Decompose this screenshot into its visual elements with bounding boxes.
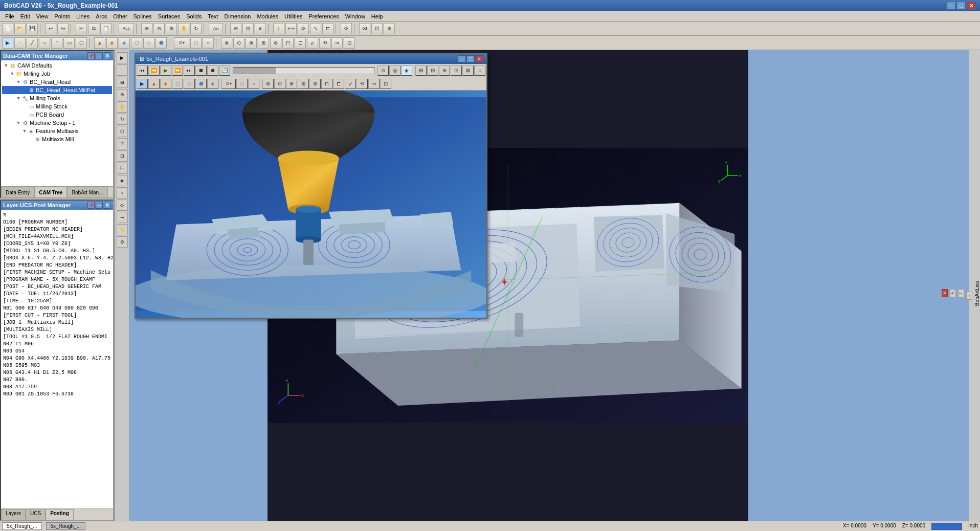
menu-modules[interactable]: Modules: [254, 12, 281, 20]
menu-file[interactable]: File: [2, 12, 17, 20]
nc-loop[interactable]: 🔄: [219, 65, 230, 76]
tool-btn-zoom-win[interactable]: ⊞: [117, 77, 128, 88]
tree-item-multiaxis-mill[interactable]: ⚙ Multiaxis Mill: [2, 135, 112, 143]
nc-op4[interactable]: ⊞: [298, 79, 309, 89]
tool-btn-view-right[interactable]: ⊢: [117, 163, 128, 174]
status-tab-2[interactable]: 5x_Rough_...: [46, 522, 86, 530]
tb2-cam4[interactable]: ⊞: [258, 37, 269, 49]
nc-play[interactable]: ▶: [160, 65, 171, 76]
nc-cam-tool5[interactable]: ⊠: [462, 65, 474, 76]
nc-view-solid4[interactable]: ◇: [184, 79, 195, 89]
tb2-select[interactable]: ▶: [2, 37, 13, 49]
tree-item-milling-tools[interactable]: ▼ 🔧 Milling Tools: [2, 94, 112, 102]
tb2-solid3[interactable]: ⬡: [131, 37, 142, 49]
right-panel-btn-3[interactable]: ✓: [950, 289, 956, 297]
tb-multi-window[interactable]: ⊞: [384, 23, 395, 34]
tree-toggle-cam-defaults[interactable]: ▼: [3, 62, 9, 69]
tab-ucs[interactable]: UCS: [26, 509, 46, 520]
nc-record[interactable]: ⏺: [207, 65, 218, 76]
tree-toggle-feature-multiaxis[interactable]: ▼: [21, 128, 28, 134]
tree-toggle-machine-setup[interactable]: ▼: [15, 120, 21, 126]
tb2-poly[interactable]: ⬡: [76, 37, 87, 49]
tb-snap2[interactable]: ⋈: [359, 23, 370, 34]
right-panel-btn-4[interactable]: ✕: [942, 289, 948, 297]
cam-tree-min[interactable]: ─: [96, 52, 103, 59]
menu-preferences[interactable]: Preferences: [305, 12, 342, 20]
tb2-wire[interactable]: ○: [203, 37, 214, 49]
tb-refresh[interactable]: ⟳: [341, 23, 352, 34]
tree-item-cam-defaults[interactable]: ▼ 🖥 CAM Defaults: [2, 61, 112, 70]
tb2-cam9[interactable]: ⟲: [319, 37, 330, 49]
tb-font[interactable]: Aa: [209, 23, 223, 34]
tb-rotate2[interactable]: ⟳: [298, 23, 309, 34]
minimize-button[interactable]: ─: [946, 2, 955, 10]
nc-cam-view1[interactable]: ⊙: [377, 65, 389, 76]
tb2-solid1[interactable]: ◆: [106, 37, 118, 49]
tb-zoom-fit[interactable]: ⊞: [166, 23, 177, 34]
tool-btn-view-top[interactable]: ⊤: [117, 138, 128, 149]
nc-play-end[interactable]: ⏭: [184, 65, 195, 76]
nc-cam-tool4[interactable]: ⊡: [451, 65, 462, 76]
tool-btn-hidden[interactable]: ◇: [117, 200, 128, 211]
tb-zoom-out[interactable]: ⊖: [153, 23, 165, 34]
tool-btn-view-iso[interactable]: ⬡: [117, 126, 128, 137]
tb2-cam11[interactable]: ⊡: [344, 37, 355, 49]
tb-copy[interactable]: ⧉: [88, 23, 99, 34]
nc-play-prev[interactable]: ⏪: [148, 65, 160, 76]
tb2-line[interactable]: ╱: [27, 37, 38, 49]
nc-play-start[interactable]: ⏮: [137, 65, 148, 76]
tool-btn-dynamic[interactable]: ⊸: [117, 212, 128, 223]
tb-new[interactable]: 📄: [2, 23, 13, 34]
nc-op10[interactable]: ⇒: [368, 79, 380, 89]
menu-points[interactable]: Points: [51, 12, 73, 20]
nc-minimize-btn[interactable]: ─: [458, 55, 466, 62]
tool-btn-wire[interactable]: ○: [117, 187, 128, 198]
tb2-cam3[interactable]: ⊕: [246, 37, 257, 49]
tool-btn-measure[interactable]: 📏: [117, 224, 128, 235]
tb-scale[interactable]: ⤡: [310, 23, 321, 34]
nc-play-fast[interactable]: ⏩: [172, 65, 183, 76]
tb-snap[interactable]: ⊛: [230, 23, 241, 34]
tool-btn-zoom-fit[interactable]: ⊕: [117, 89, 128, 100]
tb-window[interactable]: ⊡: [371, 23, 383, 34]
nc-progress-bar[interactable]: [233, 67, 375, 74]
tab-layers[interactable]: Layers: [1, 509, 26, 520]
tool-btn-point[interactable]: ·: [117, 64, 128, 76]
nc-view-solid6[interactable]: ◈: [207, 79, 218, 89]
tb-rotate[interactable]: ↻: [190, 23, 202, 34]
tab-posting[interactable]: Posting: [46, 509, 74, 520]
tab-cam-tree[interactable]: CAM Tree: [34, 187, 67, 197]
nc-op11[interactable]: ⊡: [380, 79, 391, 89]
tb-redo[interactable]: ↪: [57, 23, 69, 34]
tb2-view1[interactable]: ⊡▾: [174, 37, 189, 49]
maximize-button[interactable]: □: [956, 2, 966, 10]
nc-stop[interactable]: ⏹: [195, 65, 207, 76]
nc-close-btn[interactable]: ✕: [475, 55, 483, 62]
tb-grid[interactable]: ⊟: [242, 23, 254, 34]
status-tab-1[interactable]: 5x_Rough_...: [2, 522, 42, 530]
tb2-cam7[interactable]: ⊏: [295, 37, 306, 49]
nc-op2[interactable]: ⊙: [274, 79, 285, 89]
tb-undo[interactable]: ↩: [45, 23, 56, 34]
nc-view-menu[interactable]: ⊡▾: [221, 79, 236, 89]
nc-op8[interactable]: ↙: [345, 79, 356, 89]
tree-toggle-bc-head[interactable]: ▼: [15, 79, 21, 85]
tree-item-milling-stock[interactable]: ▭ Milling Stock: [2, 102, 112, 110]
menu-arcs[interactable]: Arcs: [93, 12, 110, 20]
tab-data-entry[interactable]: Data Entry: [1, 187, 34, 197]
nc-op9[interactable]: ⟲: [357, 79, 368, 89]
tree-item-bc-head-millpat[interactable]: ⚙ BC_Head_Head.MillPat: [2, 86, 112, 94]
post-panel-min[interactable]: ─: [96, 202, 103, 209]
tb2-cam10[interactable]: ⇒: [331, 37, 343, 49]
tb-layers[interactable]: ≡: [255, 23, 266, 34]
right-panel-btn-2[interactable]: ↓: [958, 289, 964, 297]
tb-offset[interactable]: ⊏: [322, 23, 333, 34]
post-panel-close[interactable]: ✕: [104, 202, 111, 209]
nc-op7[interactable]: ⊏: [333, 79, 344, 89]
tool-btn-view-front[interactable]: ⊡: [117, 150, 128, 162]
menu-other[interactable]: Other: [110, 12, 130, 20]
tool-btn-shade[interactable]: ◈: [117, 175, 128, 186]
nc-cam-tool3[interactable]: ⊛: [439, 65, 450, 76]
nc-view-solid2[interactable]: ◆: [160, 79, 171, 89]
tb2-cam1[interactable]: ⊗: [221, 37, 232, 49]
